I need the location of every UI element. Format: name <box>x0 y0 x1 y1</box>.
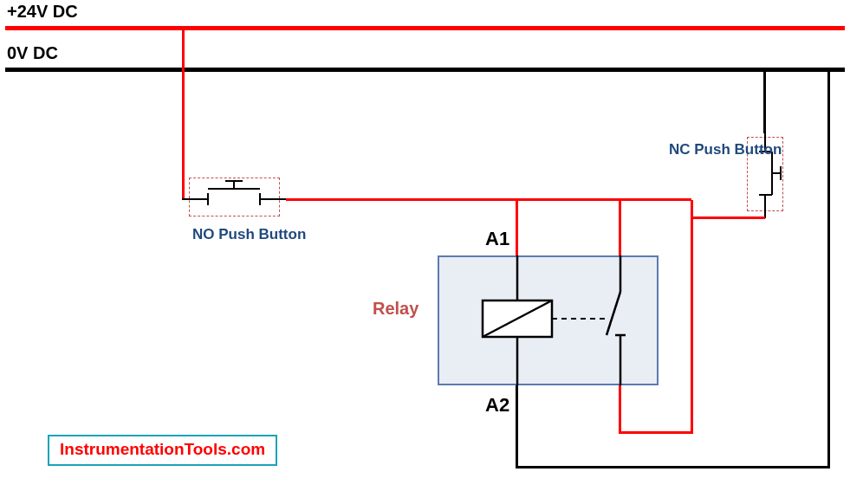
schematic-canvas: +24V DC 0V DC NO Push Button Relay A1 A2 <box>0 0 850 504</box>
watermark-text: InstrumentationTools.com <box>60 440 265 459</box>
wire-to-nc-bottom <box>691 216 765 219</box>
wire-contact-up-to-nc <box>691 200 693 434</box>
negative-rail <box>5 68 845 72</box>
relay-label: Relay <box>373 299 419 319</box>
coil-a1-label: A1 <box>485 228 509 250</box>
no-push-button-label: NO Push Button <box>192 226 306 243</box>
positive-rail <box>5 26 845 30</box>
watermark-box: InstrumentationTools.com <box>48 435 277 466</box>
wire-return-up <box>827 70 830 468</box>
nc-push-button-label: NC Push Button <box>669 141 782 158</box>
coil-a2-label: A2 <box>485 394 509 417</box>
relay-internals <box>438 255 659 385</box>
wire-nopb-to-junction <box>286 198 691 201</box>
negative-rail-label: 0V DC <box>7 43 58 63</box>
wire-contact-right <box>619 431 693 434</box>
no-push-button-symbol <box>178 178 299 221</box>
svg-line-14 <box>607 292 620 335</box>
wire-contact-down <box>619 385 621 434</box>
wire-pos-to-nopb <box>182 29 185 199</box>
wire-nc-to-0v <box>763 70 766 133</box>
wire-a2-right <box>516 466 830 468</box>
positive-rail-label: +24V DC <box>7 2 78 22</box>
wire-a2-down <box>516 385 518 468</box>
